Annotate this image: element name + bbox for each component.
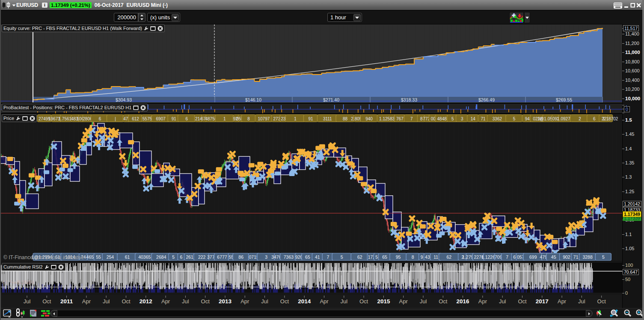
svg-text:Apr: Apr bbox=[478, 298, 487, 305]
svg-text:Apr: Apr bbox=[399, 298, 408, 305]
svg-text:|: | bbox=[115, 117, 116, 121]
svg-text:3: 3 bbox=[461, 117, 463, 121]
svg-text:Jul: Jul bbox=[103, 298, 110, 305]
svg-text:6: 6 bbox=[99, 117, 101, 121]
svg-text:Jul: Jul bbox=[420, 298, 427, 305]
svg-text:55: 55 bbox=[96, 254, 101, 260]
svg-text:2012: 2012 bbox=[139, 298, 152, 305]
svg-text:3362: 3362 bbox=[493, 117, 502, 121]
svg-text:Apr: Apr bbox=[161, 298, 170, 305]
svg-text:43: 43 bbox=[425, 254, 430, 260]
svg-text:8: 8 bbox=[247, 117, 250, 121]
svg-text:45: 45 bbox=[551, 254, 556, 260]
svg-text:65: 65 bbox=[305, 254, 310, 260]
svg-text:$318.33: $318.33 bbox=[401, 97, 417, 102]
svg-text:Oct: Oct bbox=[122, 298, 131, 305]
svg-text:2: 2 bbox=[579, 117, 581, 121]
svg-text:699: 699 bbox=[529, 254, 537, 260]
svg-text:1: 1 bbox=[223, 117, 226, 121]
svg-text:Oct: Oct bbox=[42, 298, 51, 305]
svg-text:Oct: Oct bbox=[439, 298, 448, 305]
svg-text:5: 5 bbox=[172, 254, 175, 260]
svg-text:1.12583: 1.12583 bbox=[379, 117, 395, 121]
svg-text:$266.49: $266.49 bbox=[478, 97, 495, 102]
svg-text:222: 222 bbox=[198, 254, 206, 260]
svg-text:71: 71 bbox=[573, 254, 579, 260]
svg-text:6: 6 bbox=[593, 117, 596, 121]
svg-text:Jul: Jul bbox=[499, 298, 506, 305]
svg-text:6: 6 bbox=[513, 254, 516, 260]
svg-text:62: 62 bbox=[357, 254, 362, 260]
svg-text:6: 6 bbox=[180, 254, 182, 260]
svg-text:94: 94 bbox=[525, 117, 530, 121]
svg-text:40365: 40365 bbox=[138, 254, 151, 260]
svg-text:5: 5 bbox=[451, 117, 454, 121]
svg-text:Apr: Apr bbox=[82, 298, 91, 305]
svg-text:$269.55: $269.55 bbox=[556, 97, 572, 102]
svg-text:612: 612 bbox=[132, 117, 139, 121]
svg-text:95: 95 bbox=[396, 254, 401, 260]
svg-text:3: 3 bbox=[265, 254, 267, 260]
svg-text:7363: 7363 bbox=[284, 254, 294, 260]
svg-text:Jul: Jul bbox=[261, 298, 268, 305]
svg-text:6: 6 bbox=[185, 117, 188, 121]
svg-text:2011: 2011 bbox=[60, 298, 73, 305]
svg-text:71: 71 bbox=[481, 117, 486, 121]
svg-text:Jul: Jul bbox=[24, 298, 31, 305]
svg-text:273: 273 bbox=[273, 117, 281, 121]
svg-text:$146.10: $146.10 bbox=[245, 97, 261, 102]
svg-text:Oct: Oct bbox=[280, 298, 289, 305]
svg-text:902: 902 bbox=[563, 254, 570, 260]
svg-text:65: 65 bbox=[382, 254, 387, 260]
svg-text:23: 23 bbox=[281, 117, 286, 121]
svg-text:11: 11 bbox=[433, 254, 438, 260]
svg-text:2684: 2684 bbox=[156, 254, 166, 260]
svg-text:7: 7 bbox=[506, 254, 508, 260]
svg-text:6907: 6907 bbox=[156, 117, 166, 121]
svg-text:5: 5 bbox=[375, 254, 378, 260]
svg-text:Apr: Apr bbox=[240, 298, 249, 305]
svg-text:14: 14 bbox=[471, 117, 476, 121]
svg-text:2013: 2013 bbox=[219, 298, 232, 305]
svg-text:261: 261 bbox=[186, 254, 193, 260]
svg-text:767: 767 bbox=[396, 117, 404, 121]
svg-text:91: 91 bbox=[308, 117, 313, 121]
svg-text:86: 86 bbox=[238, 254, 243, 260]
svg-text:Oct: Oct bbox=[359, 298, 368, 305]
svg-text:Oct: Oct bbox=[518, 298, 527, 305]
svg-text:2016: 2016 bbox=[457, 298, 470, 305]
svg-text:Oct: Oct bbox=[597, 298, 606, 305]
svg-text:Oct: Oct bbox=[201, 298, 210, 305]
svg-text:709: 709 bbox=[495, 254, 502, 260]
svg-text:254: 254 bbox=[107, 254, 114, 260]
svg-text:$271.40: $271.40 bbox=[323, 97, 339, 102]
svg-text:7: 7 bbox=[327, 254, 329, 260]
svg-text:61: 61 bbox=[125, 254, 130, 260]
svg-text:7: 7 bbox=[410, 117, 413, 121]
svg-text:91: 91 bbox=[172, 117, 177, 121]
svg-text:00: 00 bbox=[431, 117, 436, 121]
svg-text:6777: 6777 bbox=[217, 254, 227, 260]
svg-text:8: 8 bbox=[412, 254, 414, 260]
svg-text:88: 88 bbox=[343, 117, 348, 121]
svg-text:8: 8 bbox=[420, 117, 423, 121]
svg-text:Jul: Jul bbox=[578, 298, 585, 305]
svg-text:5575: 5575 bbox=[142, 117, 152, 121]
svg-text:Apr: Apr bbox=[320, 298, 329, 305]
svg-text:3288: 3288 bbox=[582, 254, 593, 260]
svg-text:3111: 3111 bbox=[323, 117, 332, 121]
svg-text:2015: 2015 bbox=[377, 298, 390, 305]
svg-text:5: 5 bbox=[602, 254, 605, 260]
svg-text:2017: 2017 bbox=[536, 298, 549, 305]
svg-text:41: 41 bbox=[315, 254, 320, 260]
svg-text:5: 5 bbox=[513, 117, 516, 121]
svg-text:1.18702: 1.18702 bbox=[602, 117, 618, 121]
svg-text:62: 62 bbox=[446, 254, 451, 260]
svg-text:9: 9 bbox=[421, 254, 423, 260]
svg-text:© IT-Finance.com Data is indic: © IT-Finance.com Data is indicative bbox=[3, 254, 84, 260]
svg-text:10797: 10797 bbox=[258, 117, 270, 121]
svg-text:86.74/35.25/63: 86.74/35.25/63 bbox=[3, 280, 34, 285]
svg-text:$304.93: $304.93 bbox=[116, 97, 132, 102]
svg-text:Jul: Jul bbox=[182, 298, 189, 305]
svg-text:2014: 2014 bbox=[298, 298, 311, 305]
